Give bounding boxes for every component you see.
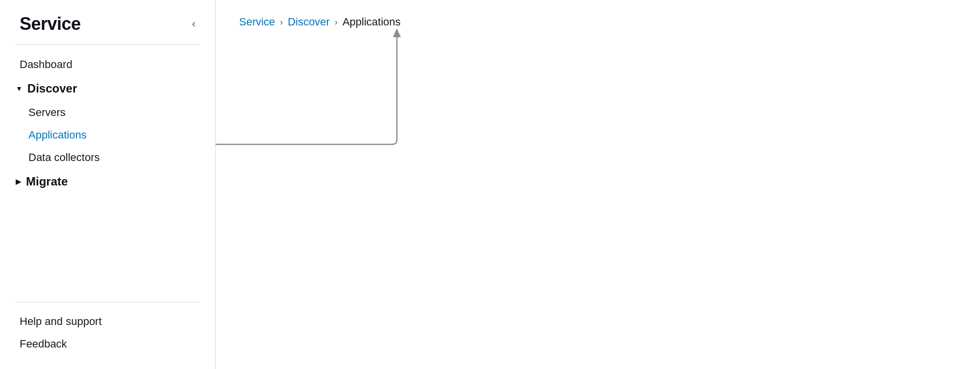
breadcrumb-discover-link[interactable]: Discover	[288, 16, 330, 28]
breadcrumb-sep1: ›	[280, 17, 283, 27]
migrate-chevron-icon: ▶	[16, 178, 21, 185]
sidebar-item-data-collectors[interactable]: Data collectors	[0, 146, 215, 169]
sidebar-title: Service	[20, 14, 81, 34]
breadcrumb-sep2: ›	[335, 17, 338, 27]
sidebar-item-applications[interactable]: Applications	[0, 124, 215, 146]
sidebar-item-help[interactable]: Help and support	[0, 310, 215, 333]
collapse-sidebar-button[interactable]: ‹	[188, 16, 199, 32]
sidebar-section-migrate[interactable]: ▶ Migrate	[0, 169, 215, 194]
annotation-arrow	[216, 0, 980, 369]
sidebar-footer: Help and support Feedback	[0, 302, 215, 369]
svg-marker-0	[393, 28, 401, 37]
migrate-section-label: Migrate	[26, 175, 68, 188]
sidebar-footer-divider	[16, 302, 199, 302]
sidebar: Service ‹ Dashboard ▼ Discover Servers A…	[0, 0, 216, 369]
sidebar-section-discover[interactable]: ▼ Discover	[0, 76, 215, 101]
breadcrumb-service-link[interactable]: Service	[239, 16, 275, 28]
sidebar-item-servers[interactable]: Servers	[0, 101, 215, 124]
breadcrumb-current: Applications	[343, 16, 401, 28]
sidebar-nav: Dashboard ▼ Discover Servers Application…	[0, 45, 215, 302]
sidebar-item-dashboard[interactable]: Dashboard	[0, 53, 215, 76]
breadcrumb: Service › Discover › Applications	[239, 16, 956, 28]
main-content: Service › Discover › Applications	[216, 0, 980, 369]
discover-chevron-icon: ▼	[16, 85, 23, 92]
collapse-icon: ‹	[192, 18, 196, 30]
sidebar-item-feedback[interactable]: Feedback	[0, 333, 215, 355]
sidebar-header: Service ‹	[0, 0, 215, 44]
discover-section-label: Discover	[27, 82, 77, 95]
